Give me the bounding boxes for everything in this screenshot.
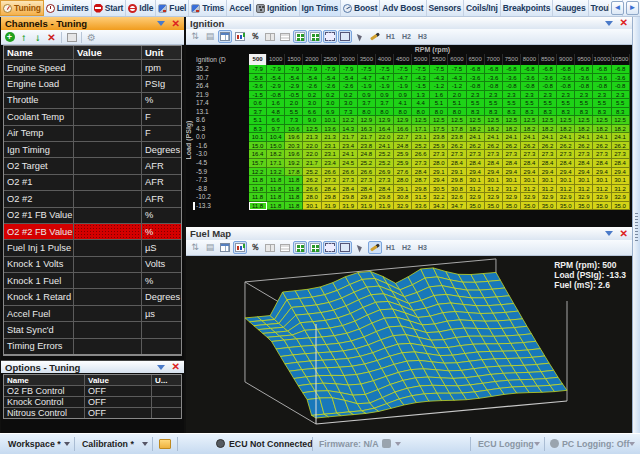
ignition-map-cell[interactable]: 29.1 — [448, 168, 466, 177]
ignition-map-cell[interactable]: 27.3 — [467, 150, 485, 159]
tab-tuning[interactable]: Tuning — [0, 0, 44, 16]
load-row-header[interactable]: -1.6 — [193, 142, 249, 151]
channel-row[interactable]: Accel Fuelµs — [4, 305, 181, 321]
ignition-map-cell[interactable]: 4.4 — [412, 99, 430, 108]
ignition-map-cell[interactable]: 15.7 — [249, 159, 267, 168]
ignition-map-cell[interactable]: 5.5 — [285, 108, 303, 117]
channel-row[interactable]: O2 #2 FB Value% — [4, 223, 181, 239]
ignition-map-cell[interactable]: 12.5 — [503, 116, 521, 125]
ignition-map-cell[interactable]: -2.6 — [322, 82, 340, 91]
ignition-map-cell[interactable]: 30.1 — [612, 176, 630, 185]
ignition-map-cell[interactable]: 18.2 — [575, 125, 593, 134]
ignition-map-cell[interactable]: 26.6 — [340, 168, 358, 177]
ignition-map-cell[interactable]: 0.9 — [394, 91, 412, 100]
channel-row[interactable]: Timing Errors — [4, 338, 181, 354]
ignition-map-cell[interactable]: 28.4 — [412, 168, 430, 177]
ignition-map-cell[interactable]: 2.0 — [285, 99, 303, 108]
load-row-header[interactable]: -3.0 — [193, 150, 249, 159]
ignition-map-cell[interactable]: 28.4 — [521, 159, 539, 168]
axes-in-icon[interactable] — [293, 241, 307, 254]
ignition-map-cell[interactable]: 11.8 — [249, 185, 267, 194]
chart-view-icon[interactable] — [233, 30, 247, 43]
rpm-column-header[interactable]: 1000 — [267, 54, 285, 65]
ignition-map-cell[interactable]: 4.8 — [267, 108, 285, 117]
load-row-header[interactable]: -5.9 — [193, 168, 249, 177]
ignition-map-cell[interactable]: 16.4 — [376, 125, 394, 134]
rpm-column-header[interactable]: 6000 — [448, 54, 466, 65]
ignition-map-cell[interactable]: 28.4 — [358, 185, 376, 194]
ignition-map-cell[interactable]: 11.8 — [249, 202, 267, 211]
ignition-map-cell[interactable]: 32.9 — [557, 193, 575, 202]
option-row[interactable]: O2 FB ControlOFF — [4, 385, 181, 396]
ignition-map-cell[interactable]: 16.6 — [394, 125, 412, 134]
ignition-map-cell[interactable]: -3.6 — [485, 74, 503, 83]
ignition-map-cell[interactable]: -7.5 — [394, 65, 412, 74]
ignition-map-cell[interactable]: -7.9 — [322, 65, 340, 74]
ignition-map-cell[interactable]: -0.8 — [612, 82, 630, 91]
ignition-map-cell[interactable]: -4.7 — [376, 74, 394, 83]
ignition-map-cell[interactable]: 30.1 — [557, 176, 575, 185]
rpm-column-header[interactable]: 6500 — [467, 54, 485, 65]
ignition-map-cell[interactable]: 3.7 — [249, 108, 267, 117]
ignition-map-cell[interactable]: 18.2 — [612, 125, 630, 134]
fuel-3d-plot[interactable]: RPM (rpm): 500Load (PSIg): -13.3Fuel (mS… — [186, 256, 632, 433]
ignition-map-cell[interactable]: 32.6 — [448, 193, 466, 202]
ignition-map-cell[interactable]: 2.3 — [612, 91, 630, 100]
ignition-map-cell[interactable]: 29.4 — [503, 168, 521, 177]
ignition-map-cell[interactable]: 26.6 — [358, 168, 376, 177]
ignition-map-cell[interactable]: 24.1 — [376, 142, 394, 151]
ignition-map-cell[interactable]: -0.8 — [557, 82, 575, 91]
channel-row[interactable]: Ign TimingDegrees — [4, 141, 181, 157]
ignition-map-cell[interactable]: 27.3 — [593, 150, 611, 159]
ignition-map-cell[interactable]: -1.5 — [412, 82, 430, 91]
ignition-map-cell[interactable]: 32.9 — [593, 193, 611, 202]
ignition-map-cell[interactable]: 13.2 — [267, 168, 285, 177]
ignition-map-cell[interactable]: -0.8 — [539, 82, 557, 91]
ignition-map-cell[interactable]: 26.6 — [322, 168, 340, 177]
ignition-map-cell[interactable]: -5.4 — [267, 74, 285, 83]
ignition-map-cell[interactable]: 23.1 — [322, 150, 340, 159]
ignition-map-cell[interactable]: 23.8 — [358, 142, 376, 151]
ignition-map-cell[interactable]: 11.8 — [267, 202, 285, 211]
ignition-map-cell[interactable]: -6.8 — [557, 65, 575, 74]
load-row-header[interactable]: 26.4 — [193, 82, 249, 91]
ignition-map-cell[interactable]: 29.8 — [340, 193, 358, 202]
ignition-map-cell[interactable]: 3.7 — [376, 99, 394, 108]
tab-adv-boost[interactable]: Adv Boost — [380, 0, 426, 16]
ignition-map-cell[interactable]: 11.8 — [285, 185, 303, 194]
tab-scroll-left-button[interactable]: ◄ — [611, 1, 624, 15]
history-button-h1[interactable]: H1 — [383, 33, 398, 40]
close-icon[interactable]: ✕ — [172, 362, 180, 372]
history-button-h3[interactable]: H3 — [415, 33, 430, 40]
ignition-map-cell[interactable]: 6.6 — [267, 116, 285, 125]
ignition-map-cell[interactable]: 25.2 — [376, 159, 394, 168]
ignition-map-cell[interactable]: 0.2 — [303, 91, 321, 100]
ignition-map-cell[interactable]: -5.4 — [340, 74, 358, 83]
ignition-map-cell[interactable]: 31.2 — [521, 185, 539, 194]
ignition-map-cell[interactable]: 6.9 — [322, 108, 340, 117]
channel-row[interactable]: Knock 1 RetardDegrees — [4, 288, 181, 304]
ignition-map-cell[interactable]: 14.3 — [340, 125, 358, 134]
ignition-map-cell[interactable]: 5.1 — [448, 99, 466, 108]
ignition-map-cell[interactable]: 31.2 — [593, 185, 611, 194]
ignition-map-cell[interactable]: -3.6 — [521, 74, 539, 83]
ignition-map-cell[interactable]: 27.3 — [412, 159, 430, 168]
rpm-column-header[interactable]: 3500 — [358, 54, 376, 65]
ignition-map-cell[interactable]: 25.9 — [394, 150, 412, 159]
tab-trims[interactable]: Trims — [189, 0, 227, 16]
ignition-map-cell[interactable]: 15.0 — [249, 142, 267, 151]
ignition-map-cell[interactable]: 28.4 — [557, 159, 575, 168]
ignition-map-cell[interactable]: 31.2 — [503, 185, 521, 194]
rpm-column-header[interactable]: 9000 — [557, 54, 575, 65]
collapse-icon[interactable] — [157, 365, 165, 370]
cursor-icon[interactable] — [353, 241, 367, 254]
ignition-map-cell[interactable]: 2.3 — [575, 91, 593, 100]
ignition-map-cell[interactable]: 30.1 — [593, 176, 611, 185]
ignition-map-cell[interactable]: 12.5 — [485, 116, 503, 125]
column-header[interactable]: Unit — [141, 46, 181, 59]
rpm-column-header[interactable]: 2000 — [303, 54, 321, 65]
ignition-map-cell[interactable]: 3.0 — [340, 99, 358, 108]
ignition-map-cell[interactable]: 28.4 — [467, 159, 485, 168]
folder-icon[interactable] — [159, 439, 171, 449]
ignition-map-cell[interactable]: -6.8 — [467, 65, 485, 74]
